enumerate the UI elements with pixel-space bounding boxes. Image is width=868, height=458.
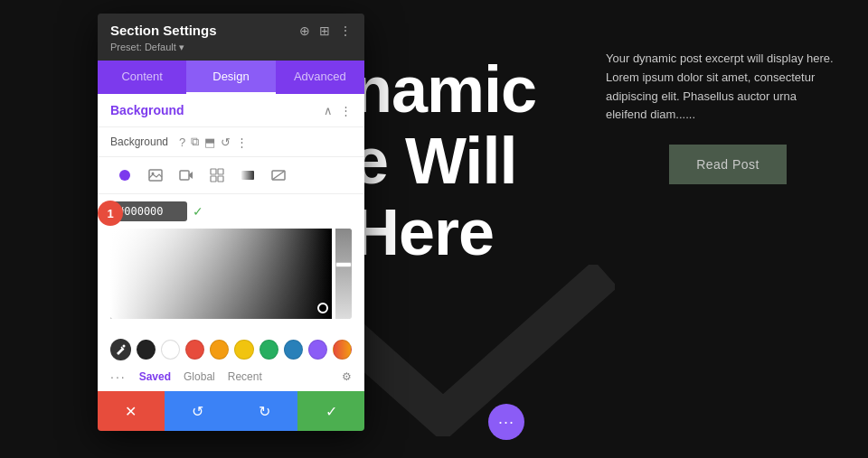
- gradient-white-overlay: [110, 229, 332, 319]
- bg-label: Background: [110, 136, 168, 148]
- tab-design[interactable]: Design: [186, 61, 275, 94]
- svg-rect-6: [218, 169, 223, 174]
- svg-rect-5: [211, 169, 216, 174]
- more-dots-icon[interactable]: ···: [110, 369, 127, 384]
- panel-tabs: Content Design Advanced: [98, 61, 364, 94]
- color-tabs-row: ··· Saved Global Recent ⚙: [98, 366, 364, 391]
- bg-type-gradient[interactable]: [233, 163, 262, 188]
- color-settings-icon[interactable]: ⚙: [342, 370, 352, 383]
- panel-header: Section Settings ⊕ ⊞ ⋮ Preset: Default ▾: [98, 14, 364, 61]
- panel-title: Section Settings: [110, 23, 217, 38]
- swatch-green[interactable]: [259, 340, 278, 360]
- panel-footer: ✕ ↺ ↻ ✓: [98, 391, 364, 431]
- grid-icon[interactable]: ⊞: [319, 23, 330, 38]
- reset-icon[interactable]: ↺: [221, 136, 231, 149]
- color-check-icon[interactable]: ✓: [193, 204, 203, 219]
- bg-type-row: [98, 157, 364, 194]
- post-excerpt: Your dynamic post excerpt will display h…: [606, 50, 841, 125]
- hero-line1: namic: [353, 54, 536, 126]
- swatch-red[interactable]: [185, 340, 204, 360]
- bg-type-none[interactable]: [264, 163, 293, 188]
- tab-saved[interactable]: Saved: [139, 370, 171, 383]
- color-swatches-row: [98, 332, 364, 366]
- svg-rect-7: [211, 176, 216, 182]
- confirm-button[interactable]: ✓: [297, 391, 364, 431]
- color-picker-area: ✓: [98, 194, 364, 332]
- undo-button[interactable]: ↺: [165, 391, 231, 431]
- section-settings-panel: Section Settings ⊕ ⊞ ⋮ Preset: Default ▾…: [98, 14, 364, 431]
- overflow-icon[interactable]: ⋮: [236, 136, 248, 149]
- gradient-handle[interactable]: [317, 303, 328, 313]
- tab-recent[interactable]: Recent: [228, 370, 262, 383]
- color-gradient-canvas[interactable]: [110, 229, 352, 319]
- svg-point-13: [123, 345, 126, 348]
- eyedropper-button[interactable]: [110, 339, 131, 360]
- cancel-button[interactable]: ✕: [98, 391, 165, 431]
- help-icon[interactable]: ?: [179, 136, 185, 149]
- bg-type-image[interactable]: [141, 163, 170, 188]
- svg-line-11: [272, 171, 285, 180]
- bg-section-header: Background ∧ ⋮: [98, 94, 364, 127]
- panel-title-icons: ⊕ ⊞ ⋮: [299, 23, 352, 38]
- bg-controls-row: Background ? ⧉ ⬒ ↺ ⋮: [98, 127, 364, 157]
- copy-icon[interactable]: ⧉: [191, 135, 199, 149]
- hue-handle: [335, 262, 352, 267]
- hero-text: namic e Will Here: [353, 54, 536, 269]
- bg-type-color[interactable]: [110, 163, 139, 188]
- background-section: Background ∧ ⋮ Background ? ⧉ ⬒ ↺ ⋮: [98, 94, 364, 391]
- swatch-gradient[interactable]: [333, 340, 352, 360]
- tab-advanced[interactable]: Advanced: [276, 61, 364, 94]
- badge-number: 1: [98, 201, 123, 226]
- panel-body: Background ∧ ⋮ Background ? ⧉ ⬒ ↺ ⋮: [98, 94, 364, 391]
- dots-circle-button[interactable]: ···: [488, 404, 524, 440]
- collapse-icon[interactable]: ∧: [324, 104, 333, 117]
- read-post-button[interactable]: Read Post: [669, 145, 787, 184]
- svg-rect-8: [218, 176, 223, 182]
- hue-slider[interactable]: [335, 229, 352, 319]
- swatch-white[interactable]: [161, 340, 180, 360]
- more-options-icon[interactable]: ⋮: [340, 104, 352, 117]
- swatch-blue[interactable]: [284, 340, 303, 360]
- bg-section-title: Background: [110, 103, 184, 117]
- color-hex-row: ✓: [110, 201, 352, 221]
- panel-title-row: Section Settings ⊕ ⊞ ⋮: [110, 23, 352, 38]
- paste-icon[interactable]: ⬒: [204, 136, 215, 149]
- tab-global[interactable]: Global: [184, 370, 215, 383]
- more-icon[interactable]: ⋮: [339, 23, 352, 38]
- hero-line2: e Will: [353, 126, 536, 197]
- swatch-black[interactable]: [137, 340, 156, 360]
- bg-control-icons: ? ⧉ ⬒ ↺ ⋮: [179, 135, 248, 149]
- panel-preset[interactable]: Preset: Default ▾: [110, 42, 352, 53]
- bg-type-pattern[interactable]: [203, 163, 231, 188]
- redo-button[interactable]: ↻: [231, 391, 298, 431]
- target-icon[interactable]: ⊕: [299, 23, 310, 38]
- svg-point-0: [119, 170, 130, 181]
- bg-type-video[interactable]: [172, 163, 201, 188]
- svg-rect-9: [241, 171, 254, 180]
- swatch-orange[interactable]: [210, 340, 229, 360]
- bg-section-header-icons: ∧ ⋮: [324, 104, 352, 117]
- swatch-purple[interactable]: [308, 340, 327, 360]
- swatch-yellow[interactable]: [234, 340, 253, 360]
- svg-rect-3: [180, 171, 189, 180]
- tab-content[interactable]: Content: [98, 61, 186, 94]
- hero-line3: Here: [353, 197, 536, 268]
